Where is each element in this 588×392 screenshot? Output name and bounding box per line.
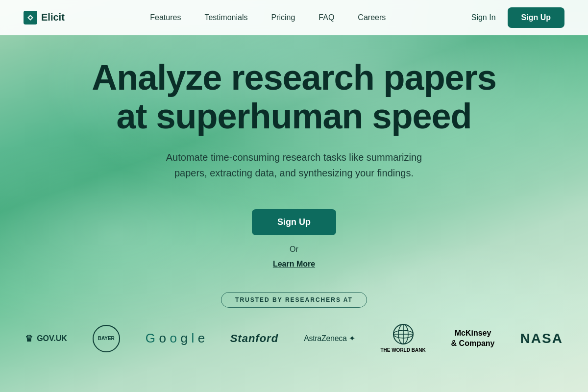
logo-mckinsey: McKinsey& Company xyxy=(451,328,495,349)
signin-button[interactable]: Sign In xyxy=(471,13,496,22)
nav-pricing[interactable]: Pricing xyxy=(271,13,295,22)
signup-hero-button[interactable]: Sign Up xyxy=(252,209,336,235)
hero-or-text: Or xyxy=(92,245,496,254)
crown-icon: ♛ xyxy=(25,333,33,344)
trusted-logos: ♛ GOV.UK BAYER Google Stanford AstraZene… xyxy=(25,323,563,353)
logo-nasa: NASA xyxy=(520,331,563,346)
nav-features[interactable]: Features xyxy=(150,13,181,22)
elicit-logo-icon xyxy=(24,11,37,24)
astrazeneca-text: AstraZeneca ✦ xyxy=(304,334,355,343)
learn-more-button[interactable]: Learn More xyxy=(273,260,315,269)
signup-nav-button[interactable]: Sign Up xyxy=(508,7,564,28)
nasa-text: NASA xyxy=(520,331,563,346)
hero-content: Analyze research papers at superhuman sp… xyxy=(80,58,508,269)
logo-astrazeneca: AstraZeneca ✦ xyxy=(304,334,355,343)
nav-actions: Sign In Sign Up xyxy=(471,7,564,28)
hero-section: Analyze research papers at superhuman sp… xyxy=(0,0,588,392)
logo-bayer: BAYER xyxy=(93,325,120,352)
logo-google: Google xyxy=(146,331,205,346)
logo-link[interactable]: Elicit xyxy=(24,11,65,24)
navbar: Elicit Features Testimonials Pricing FAQ… xyxy=(0,0,588,35)
nav-careers[interactable]: Careers xyxy=(358,13,386,22)
hero-subtitle: Automate time-consuming research tasks l… xyxy=(152,149,436,181)
govuk-text: GOV.UK xyxy=(37,334,67,343)
logo-worldbank: THE WORLD BANK xyxy=(380,323,425,353)
globe-icon xyxy=(392,323,414,345)
worldbank-text: THE WORLD BANK xyxy=(380,347,425,353)
hero-title: Analyze research papers at superhuman sp… xyxy=(92,58,496,136)
logo-text: Elicit xyxy=(41,12,65,23)
bayer-text: BAYER xyxy=(98,336,115,342)
trusted-section: TRUSTED BY RESEARCHERS AT ♛ GOV.UK BAYER… xyxy=(25,292,563,353)
trusted-badge: TRUSTED BY RESEARCHERS AT xyxy=(221,292,367,308)
logo-govuk: ♛ GOV.UK xyxy=(25,333,67,344)
nav-faq[interactable]: FAQ xyxy=(318,13,334,22)
hero-cta-group: Sign Up xyxy=(92,200,496,245)
mckinsey-text: McKinsey& Company xyxy=(451,329,495,347)
nav-links: Features Testimonials Pricing FAQ Career… xyxy=(150,13,386,22)
nav-testimonials[interactable]: Testimonials xyxy=(204,13,247,22)
logo-stanford: Stanford xyxy=(230,332,278,345)
stanford-text: Stanford xyxy=(230,332,278,345)
